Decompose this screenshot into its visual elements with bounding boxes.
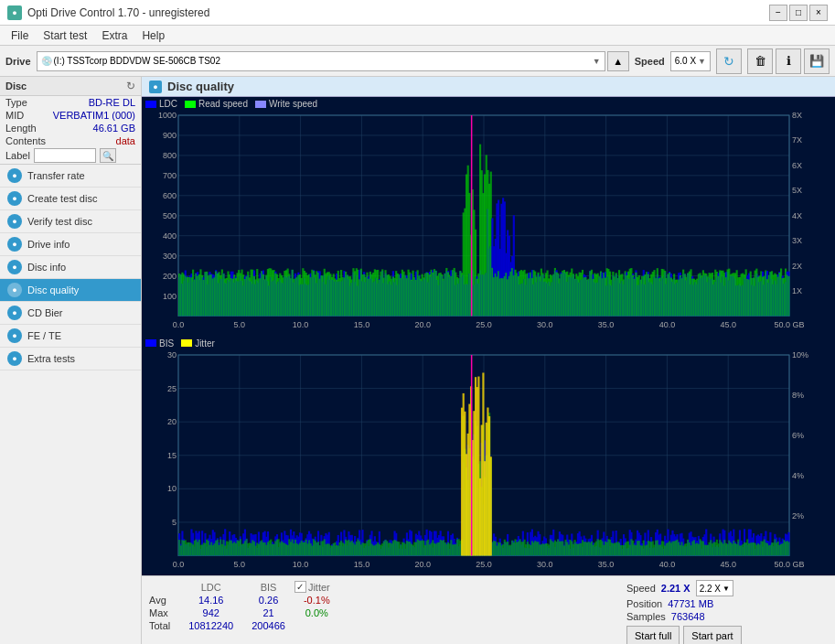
speed-stat-value: 2.21 X: [661, 583, 690, 594]
position-value: 47731 MB: [668, 598, 713, 609]
disc-label-input[interactable]: [34, 148, 96, 163]
total-ldc: 10812240: [179, 619, 242, 632]
sidebar-item-fe-te[interactable]: ●FE / TE: [0, 325, 141, 348]
start-part-button[interactable]: Start part: [683, 626, 741, 644]
nav-icon-extra-tests: ●: [7, 351, 22, 366]
clear-button[interactable]: 🗑: [747, 48, 773, 74]
nav-label-disc-info: Disc info: [27, 262, 66, 273]
sidebar-item-disc-info[interactable]: ●Disc info: [0, 256, 141, 279]
sidebar-item-cd-bier[interactable]: ●CD Bier: [0, 302, 141, 325]
stats-left: LDC BIS ✓ Jitter Avg 14.16 0.26: [149, 580, 626, 644]
speed-dropdown-arrow[interactable]: ▼: [698, 57, 706, 66]
eject-button[interactable]: ▲: [607, 51, 629, 71]
disc-mid-row: MID VERBATIM1 (000): [0, 109, 141, 122]
menu-help[interactable]: Help: [134, 27, 172, 44]
refresh-button[interactable]: ↻: [716, 48, 742, 74]
nav-icon-verify-test-disc: ●: [7, 214, 22, 229]
disc-quality-header: ● Disc quality: [142, 77, 835, 97]
sidebar-item-disc-quality[interactable]: ●Disc quality: [0, 279, 141, 302]
max-label: Max: [149, 606, 179, 619]
sidebar-item-verify-test-disc[interactable]: ●Verify test disc: [0, 210, 141, 233]
legend-jitter-color: [181, 339, 192, 347]
disc-label: Disc: [5, 80, 27, 91]
jitter-checkbox[interactable]: ✓: [294, 581, 306, 593]
disc-contents-value: data: [116, 135, 135, 146]
menu-start-test[interactable]: Start test: [36, 27, 94, 44]
disc-contents-label: Contents: [5, 135, 46, 146]
legend-ldc: LDC: [145, 99, 177, 109]
drive-value: (I:) TSSTcorp BDDVDW SE-506CB TS02: [54, 56, 591, 66]
disc-label-label: Label: [5, 150, 30, 161]
topbar: Drive 💿 (I:) TSSTcorp BDDVDW SE-506CB TS…: [0, 46, 835, 77]
disc-section: Disc ↻ Type BD-RE DL MID VERBATIM1 (000)…: [0, 77, 141, 165]
close-button[interactable]: ×: [809, 5, 828, 21]
avg-bis: 0.26: [242, 594, 294, 606]
speed-stat-select-value: 2.2 X: [700, 584, 721, 594]
chart1-legend: LDC Read speed Write speed: [142, 97, 835, 111]
sidebar-item-transfer-rate[interactable]: ●Transfer rate: [0, 165, 141, 188]
max-jitter: 0.0%: [294, 606, 339, 619]
titlebar: ● Opti Drive Control 1.70 - unregistered…: [0, 0, 835, 26]
legend-readspeed: Read speed: [185, 99, 248, 109]
info-button[interactable]: ℹ: [776, 48, 801, 74]
disc-section-header: Disc ↻: [0, 77, 141, 96]
disc-type-row: Type BD-RE DL: [0, 96, 141, 109]
drive-icon: 💿: [41, 56, 52, 66]
sidebar-item-extra-tests[interactable]: ●Extra tests: [0, 348, 141, 370]
speed-stat-select[interactable]: 2.2 X ▼: [696, 580, 733, 596]
save-button[interactable]: 💾: [804, 48, 830, 74]
nav-label-drive-info: Drive info: [27, 239, 70, 250]
speed-select-wrap: 6.0 X ▼: [670, 51, 711, 71]
titlebar-left: ● Opti Drive Control 1.70 - unregistered: [7, 5, 209, 20]
stats-table: LDC BIS ✓ Jitter Avg 14.16 0.26: [149, 580, 339, 632]
disc-length-value: 46.61 GB: [93, 123, 135, 134]
legend-readspeed-color: [185, 101, 196, 108]
nav-icon-disc-info: ●: [7, 260, 22, 274]
window-controls: − □ ×: [769, 5, 828, 21]
sidebar-item-create-test-disc[interactable]: ●Create test disc: [0, 188, 141, 210]
speed-dropdown-icon: ▼: [723, 585, 730, 593]
samples-label: Samples: [626, 611, 666, 622]
total-bis: 200466: [242, 619, 294, 632]
stats-row-total: Total 10812240 200466: [149, 619, 339, 632]
position-label: Position: [626, 598, 662, 609]
speed-value: 6.0 X: [675, 56, 696, 66]
dropdown-arrow[interactable]: ▼: [593, 57, 601, 66]
col-header-ldc: LDC: [179, 580, 242, 594]
disc-type-label: Type: [5, 97, 27, 108]
sidebar-item-drive-info[interactable]: ●Drive info: [0, 233, 141, 256]
nav-label-verify-test-disc: Verify test disc: [27, 216, 92, 227]
disc-contents-row: Contents data: [0, 134, 141, 147]
disc-type-value: BD-RE DL: [89, 97, 135, 108]
nav-label-disc-quality: Disc quality: [27, 284, 79, 295]
sidebar: Disc ↻ Type BD-RE DL MID VERBATIM1 (000)…: [0, 77, 142, 644]
menu-extra[interactable]: Extra: [94, 27, 134, 44]
speed-label: Speed: [635, 56, 665, 67]
avg-jitter: -0.1%: [294, 594, 339, 606]
disc-length-row: Length 46.61 GB: [0, 122, 141, 134]
drive-select-wrap: 💿 (I:) TSSTcorp BDDVDW SE-506CB TS02 ▼ ▲: [37, 51, 629, 71]
minimize-button[interactable]: −: [769, 5, 787, 21]
nav-icon-create-test-disc: ●: [7, 191, 22, 206]
disc-refresh-icon[interactable]: ↻: [126, 80, 135, 92]
start-full-button[interactable]: Start full: [626, 626, 680, 644]
menubar: File Start test Extra Help: [0, 26, 835, 46]
col-header-bis: BIS: [242, 580, 294, 594]
menu-file[interactable]: File: [4, 27, 36, 44]
window-title: Opti Drive Control 1.70 - unregistered: [27, 6, 209, 19]
chart1-canvas: [142, 111, 835, 336]
charts-area: LDC Read speed Write speed: [142, 97, 835, 575]
stats-row-max: Max 942 21 0.0%: [149, 606, 339, 619]
maximize-button[interactable]: □: [789, 5, 808, 21]
disc-mid-value: VERBATIM1 (000): [53, 110, 135, 121]
nav-label-fe-te: FE / TE: [27, 330, 61, 341]
avg-label: Avg: [149, 594, 179, 606]
legend-writespeed-label: Write speed: [269, 99, 317, 109]
nav-label-create-test-disc: Create test disc: [27, 193, 97, 204]
nav-icon-drive-info: ●: [7, 237, 22, 252]
legend-bis: BIS: [145, 338, 174, 349]
disc-label-search-button[interactable]: 🔍: [100, 148, 116, 163]
drive-label: Drive: [5, 56, 31, 67]
position-row: Position 47731 MB: [626, 598, 828, 609]
avg-ldc: 14.16: [179, 594, 242, 606]
